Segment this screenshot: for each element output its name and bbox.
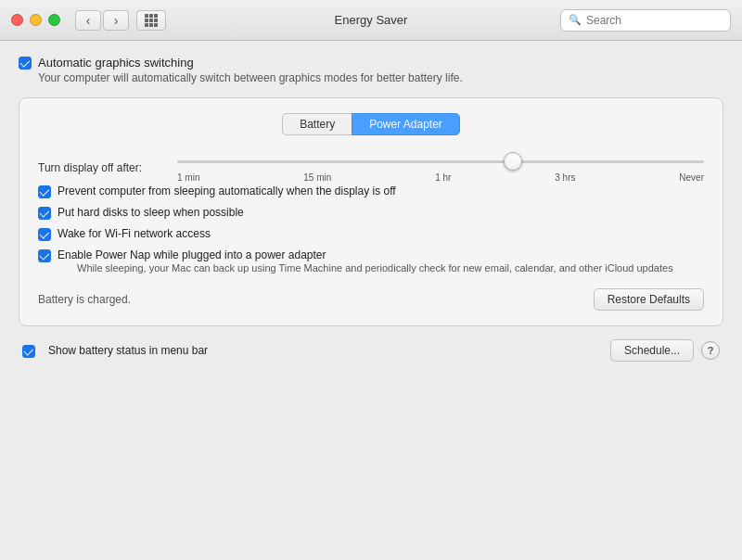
nav-buttons: ‹ › [75, 10, 129, 31]
minimize-button[interactable] [30, 14, 42, 26]
slider-label-1min: 1 min [177, 172, 199, 183]
wake-wifi-label: Wake for Wi-Fi network access [58, 227, 211, 240]
power-nap-checkbox[interactable] [38, 249, 51, 262]
tab-battery[interactable]: Battery [282, 113, 352, 135]
schedule-button[interactable]: Schedule... [610, 339, 694, 362]
slider-right: 1 min 15 min 1 hr 3 hrs Never [177, 152, 704, 183]
slider-label-1hr: 1 hr [435, 172, 451, 183]
options-list: Prevent computer from sleeping automatic… [38, 185, 704, 274]
prevent-sleep-label: Prevent computer from sleeping automatic… [58, 185, 396, 197]
auto-graphics-title: Automatic graphics switching [38, 56, 463, 70]
slider-labels: 1 min 15 min 1 hr 3 hrs Never [177, 172, 704, 183]
search-icon: 🔍 [569, 14, 582, 26]
auto-graphics-text: Automatic graphics switching Your comput… [38, 56, 463, 84]
option-power-nap: Enable Power Nap while plugged into a po… [38, 248, 704, 274]
wake-wifi-checkbox[interactable] [38, 228, 51, 241]
hard-disks-checkbox[interactable] [38, 207, 51, 220]
panel-bottom: Battery is charged. Restore Defaults [38, 288, 704, 311]
help-button[interactable]: ? [701, 341, 720, 360]
slider-label-never: Never [679, 172, 704, 183]
slider-label: Turn display off after: [38, 161, 177, 174]
search-box[interactable]: 🔍 [560, 9, 731, 32]
traffic-lights [11, 14, 60, 26]
footer: Show battery status in menu bar Schedule… [19, 339, 723, 362]
restore-defaults-button[interactable]: Restore Defaults [594, 288, 704, 311]
option-prevent-sleep: Prevent computer from sleeping automatic… [38, 185, 704, 198]
hard-disks-label: Put hard disks to sleep when possible [58, 206, 244, 219]
back-button[interactable]: ‹ [75, 10, 101, 31]
display-off-slider-row: Turn display off after: 1 min 15 min 1 h… [38, 152, 704, 183]
slider-track [177, 160, 704, 163]
slider-thumb[interactable] [504, 152, 522, 171]
auto-graphics-subtitle: Your computer will automatically switch … [38, 71, 463, 84]
slider-label-15min: 15 min [303, 172, 331, 183]
title-bar: ‹ › Energy Saver 🔍 [0, 0, 742, 41]
option-hard-disks: Put hard disks to sleep when possible [38, 206, 704, 220]
footer-right: Schedule... ? [610, 339, 720, 362]
option-wake-wifi: Wake for Wi-Fi network access [38, 227, 704, 241]
maximize-button[interactable] [48, 14, 60, 26]
battery-status-text: Battery is charged. [38, 293, 131, 306]
power-nap-label: Enable Power Nap while plugged into a po… [58, 248, 673, 261]
tab-bar: Battery Power Adapter [38, 113, 704, 135]
auto-graphics-checkbox[interactable] [19, 57, 32, 70]
forward-button[interactable]: › [103, 10, 129, 31]
grid-icon [145, 14, 158, 27]
close-button[interactable] [11, 14, 23, 26]
search-input[interactable] [586, 14, 723, 27]
footer-left: Show battery status in menu bar [22, 344, 208, 358]
grid-view-button[interactable] [136, 10, 166, 31]
show-battery-checkbox[interactable] [22, 345, 35, 358]
show-battery-label: Show battery status in menu bar [48, 344, 208, 357]
slider-label-3hrs: 3 hrs [555, 172, 575, 183]
auto-graphics-section: Automatic graphics switching Your comput… [19, 56, 723, 84]
settings-panel: Battery Power Adapter Turn display off a… [19, 97, 723, 326]
window-title: Energy Saver [335, 13, 408, 27]
slider-container[interactable] [177, 152, 704, 171]
power-nap-sublabel: While sleeping, your Mac can back up usi… [77, 262, 673, 274]
tab-power-adapter[interactable]: Power Adapter [352, 113, 460, 135]
prevent-sleep-checkbox[interactable] [38, 185, 51, 198]
main-content: Automatic graphics switching Your comput… [0, 41, 742, 560]
